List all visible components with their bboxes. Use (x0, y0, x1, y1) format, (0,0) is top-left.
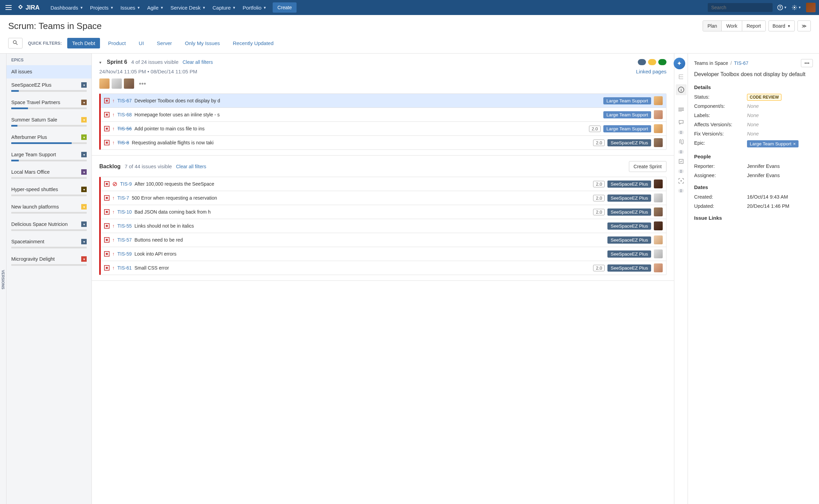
issue-row[interactable]: ↑TIS-8Requesting avaliable flights is no… (101, 136, 666, 149)
status-dot[interactable] (638, 59, 646, 65)
epic-item[interactable]: Local Mars Office▾ (6, 165, 91, 183)
issue-key[interactable]: TIS-8 (117, 140, 129, 145)
issue-row[interactable]: ↑TIS-57Buttons need to be redSeeSpaceEZ … (101, 233, 666, 247)
user-avatar[interactable] (806, 3, 816, 12)
assignee-avatar[interactable] (654, 207, 663, 216)
epic-badge[interactable]: SeeSpaceEZ Plus (607, 222, 651, 230)
issue-row[interactable]: ↑TIS-68Homepage footer uses an inline st… (101, 108, 666, 122)
assignee-avatar[interactable] (654, 179, 663, 188)
issue-row[interactable]: ↑TIS-10Bad JSON data coming back from h2… (101, 205, 666, 219)
nav-item[interactable]: Issues▼ (117, 1, 144, 14)
project-icon[interactable]: ✦ (674, 58, 685, 69)
assignee-avatar[interactable] (654, 249, 663, 258)
jira-logo[interactable]: JIRA (17, 4, 40, 11)
remove-epic-icon[interactable]: × (793, 141, 796, 146)
epic-color-icon[interactable]: ▾ (81, 204, 87, 210)
issue-row[interactable]: ⊘TIS-9After 100,000 requests the SeeSpac… (101, 177, 666, 191)
linked-pages[interactable]: Linked pages (636, 69, 666, 74)
epic-badge[interactable]: SeeSpaceEZ Plus (607, 236, 651, 244)
reporter-value[interactable]: Jennifer Evans (747, 163, 813, 169)
issue-key[interactable]: TIS-10 (117, 209, 132, 215)
epic-color-icon[interactable]: ▾ (81, 256, 87, 262)
sprint-collapse-icon[interactable]: ▾ (99, 60, 101, 65)
issue-actions-icon[interactable]: ••• (801, 59, 813, 67)
filter-chip[interactable]: Tech Debt (67, 38, 100, 48)
sprint-clear-filters[interactable]: Clear all filters (183, 59, 213, 65)
backlog-clear-filters[interactable]: Clear all filters (176, 164, 206, 169)
epic-badge[interactable]: SeeSpaceEZ Plus (607, 264, 651, 272)
issue-key[interactable]: TIS-57 (117, 237, 132, 243)
board-dropdown[interactable]: Board▼ (768, 20, 795, 31)
filter-chip[interactable]: Recently Updated (228, 38, 278, 48)
epic-link[interactable]: Large Team Support× (747, 140, 799, 147)
assignee-avatar[interactable] (654, 193, 663, 202)
assignee-avatar[interactable] (654, 138, 663, 147)
issue-key[interactable]: TIS-59 (117, 251, 132, 257)
epic-item[interactable]: Hyper-speed shuttles▾ (6, 183, 91, 200)
issue-row[interactable]: ↑TIS-7500 Error when requesting a reserv… (101, 191, 666, 205)
rail-description-icon[interactable] (676, 104, 687, 115)
hamburger-icon[interactable] (3, 2, 14, 13)
rail-activity-icon[interactable] (676, 71, 687, 82)
epic-item[interactable]: Afterburner Plus▾ (6, 131, 91, 148)
filter-chip[interactable]: Server (152, 38, 177, 48)
expand-button[interactable]: ≫ (798, 20, 811, 31)
issue-row[interactable]: ↑TIS-55Links should not be in italicsSee… (101, 219, 666, 233)
epic-badge[interactable]: SeeSpaceEZ Plus (607, 195, 651, 202)
epic-color-icon[interactable]: ▾ (81, 169, 87, 175)
epic-badge[interactable]: Large Team Support (603, 125, 651, 132)
epic-badge[interactable]: Large Team Support (603, 111, 651, 118)
nav-item[interactable]: Projects▼ (87, 1, 117, 14)
nav-item[interactable]: Portfolio▼ (239, 1, 270, 14)
epic-badge[interactable]: Large Team Support (603, 97, 651, 104)
status-dot[interactable] (648, 59, 656, 65)
nav-item[interactable]: Capture▼ (209, 1, 239, 14)
filter-chip[interactable]: Product (103, 38, 131, 48)
fix-value[interactable]: None (747, 131, 813, 136)
epic-item[interactable]: Summer Saturn Sale▾ (6, 113, 91, 131)
epic-color-icon[interactable]: ▾ (81, 100, 87, 105)
epic-item[interactable]: Large Team Support▾ (6, 148, 91, 165)
report-tab[interactable]: Report (742, 21, 765, 31)
issue-row[interactable]: ↑TIS-59Look into API errorsSeeSpaceEZ Pl… (101, 247, 666, 261)
settings-icon[interactable]: ▼ (792, 3, 801, 12)
versions-tab[interactable]: VERSIONS (0, 54, 6, 504)
epic-item[interactable]: Microgravity Delight▾ (6, 253, 91, 270)
rail-comments-icon[interactable] (676, 117, 687, 128)
epic-badge[interactable]: SeeSpaceEZ Plus (607, 208, 651, 216)
issue-key[interactable]: TIS-61 (117, 265, 132, 271)
nav-item[interactable]: Service Desk▼ (167, 1, 209, 14)
assignee-avatar[interactable] (654, 124, 663, 133)
issue-key[interactable]: TIS-67 (117, 98, 132, 103)
epic-item[interactable]: Spacetainment▾ (6, 235, 91, 253)
epic-color-icon[interactable]: ▾ (81, 134, 87, 140)
search-input[interactable] (711, 5, 771, 10)
rail-details-icon[interactable]: i (676, 84, 687, 95)
help-icon[interactable]: ?▼ (777, 3, 787, 12)
work-tab[interactable]: Work (722, 21, 742, 31)
components-value[interactable]: None (747, 103, 813, 109)
epic-badge[interactable]: SeeSpaceEZ Plus (607, 250, 651, 258)
rail-attachments-icon[interactable] (676, 136, 687, 147)
issue-key[interactable]: TIS-9 (120, 181, 132, 187)
status-dot[interactable] (658, 59, 666, 65)
epic-color-icon[interactable]: ▾ (81, 221, 87, 227)
assignee-value[interactable]: Jennifer Evans (747, 173, 813, 178)
issue-row[interactable]: ↑TIS-61Small CSS error2.0SeeSpaceEZ Plus (101, 261, 666, 275)
epic-color-icon[interactable]: ▾ (81, 239, 87, 244)
issue-row[interactable]: ↑TIS-67Developer Toolbox does not displa… (101, 94, 666, 108)
more-icon[interactable]: ••• (139, 80, 146, 88)
issue-key[interactable]: TIS-7 (117, 195, 129, 201)
assignee-avatar[interactable] (654, 110, 663, 119)
breadcrumb-key[interactable]: TIS-67 (734, 60, 748, 66)
epic-badge[interactable]: SeeSpaceEZ Plus (607, 181, 651, 188)
affects-value[interactable]: None (747, 122, 813, 127)
epic-color-icon[interactable]: ▾ (81, 117, 87, 123)
status-badge[interactable]: CODE REVIEW (747, 94, 781, 101)
issue-key[interactable]: TIS-56 (117, 126, 132, 131)
nav-item[interactable]: Agile▼ (144, 1, 167, 14)
rail-capture-icon[interactable] (676, 175, 687, 186)
assignee-avatar[interactable] (654, 235, 663, 244)
create-button[interactable]: Create (273, 2, 297, 13)
assignee-avatar[interactable] (99, 78, 110, 89)
